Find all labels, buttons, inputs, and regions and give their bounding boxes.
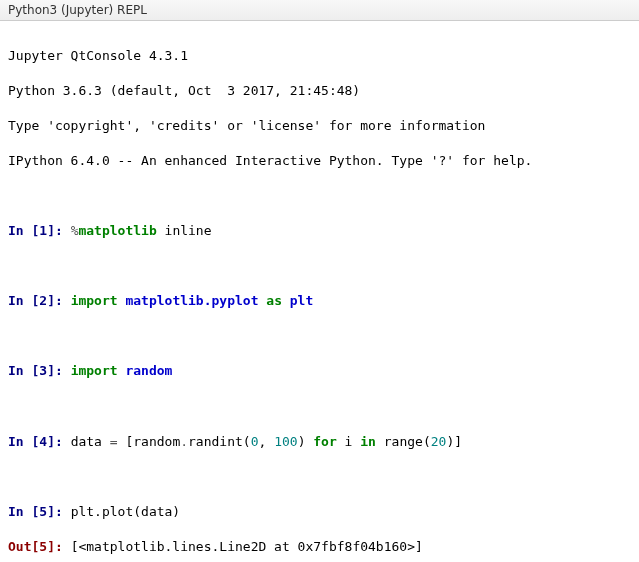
number-literal: 100	[274, 434, 297, 449]
module-alias: plt	[290, 293, 313, 308]
input-cell-2: In [2]: import matplotlib.pyplot as plt	[8, 292, 631, 310]
keyword-in: in	[360, 434, 376, 449]
module-name: matplotlib.pyplot	[125, 293, 258, 308]
module-name: random	[125, 363, 172, 378]
magic-arg: inline	[157, 223, 212, 238]
input-cell-4: In [4]: data = [random.randint(0, 100) f…	[8, 433, 631, 451]
in-prompt: In [1]:	[8, 223, 63, 238]
var-name: data	[71, 434, 110, 449]
number-literal: 20	[431, 434, 447, 449]
input-cell-3: In [3]: import random	[8, 362, 631, 380]
banner-line: Python 3.6.3 (default, Oct 3 2017, 21:45…	[8, 82, 631, 100]
blank-line	[8, 397, 631, 415]
in-prompt: In [4]:	[8, 434, 63, 449]
in-prompt: In [3]:	[8, 363, 63, 378]
blank-line	[8, 468, 631, 486]
magic-name: matplotlib	[78, 223, 156, 238]
input-cell-1: In [1]: %matplotlib inline	[8, 222, 631, 240]
input-cell-5: In [5]: plt.plot(data)	[8, 503, 631, 521]
window-title: Python3 (Jupyter) REPL	[8, 3, 147, 17]
code-text: plt.plot(data)	[71, 504, 181, 519]
keyword-import: import	[71, 293, 118, 308]
blank-line	[8, 327, 631, 345]
keyword-for: for	[313, 434, 336, 449]
out-prompt: Out[5]:	[8, 539, 63, 554]
banner-line: IPython 6.4.0 -- An enhanced Interactive…	[8, 152, 631, 170]
window-titlebar: Python3 (Jupyter) REPL	[0, 0, 639, 21]
number-literal: 0	[251, 434, 259, 449]
in-prompt: In [2]:	[8, 293, 63, 308]
blank-line	[8, 187, 631, 205]
banner-line: Jupyter QtConsole 4.3.1	[8, 47, 631, 65]
keyword-import: import	[71, 363, 118, 378]
output-cell-5: Out[5]: [<matplotlib.lines.Line2D at 0x7…	[8, 538, 631, 556]
banner-line: Type 'copyright', 'credits' or 'license'…	[8, 117, 631, 135]
repl-console[interactable]: Jupyter QtConsole 4.3.1 Python 3.6.3 (de…	[0, 21, 639, 562]
output-text: [<matplotlib.lines.Line2D at 0x7fbf8f04b…	[71, 539, 423, 554]
blank-line	[8, 257, 631, 275]
in-prompt: In [5]:	[8, 504, 63, 519]
keyword-as: as	[266, 293, 282, 308]
